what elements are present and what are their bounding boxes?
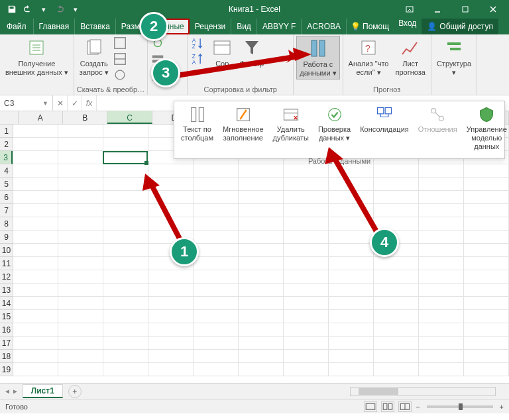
zoom-thumb[interactable] xyxy=(459,403,463,410)
what-if-button[interactable]: ? Анализ "что если" ▾ xyxy=(346,36,392,78)
cell[interactable] xyxy=(103,151,148,164)
select-all-corner[interactable] xyxy=(0,111,19,124)
row-header[interactable]: 11 xyxy=(0,257,13,270)
cell[interactable] xyxy=(58,244,103,257)
qa-customize-icon[interactable]: ▾ xyxy=(69,3,82,16)
cell[interactable] xyxy=(194,363,239,376)
cell[interactable] xyxy=(148,337,194,350)
cell[interactable] xyxy=(194,310,239,323)
popup-item-6[interactable]: Управление моделью данных xyxy=(463,104,509,153)
zoom-out-button[interactable]: − xyxy=(416,403,420,411)
ribbon-options-icon[interactable] xyxy=(396,1,423,17)
cell[interactable] xyxy=(284,310,329,323)
row-header[interactable]: 6 xyxy=(0,191,13,204)
cell[interactable] xyxy=(148,297,194,310)
horizontal-scrollbar[interactable] xyxy=(350,387,496,396)
cell[interactable] xyxy=(103,178,148,191)
row-header[interactable]: 9 xyxy=(0,231,13,244)
cell[interactable] xyxy=(103,217,148,231)
undo-dropdown-icon[interactable]: ▾ xyxy=(37,3,50,16)
from-table-icon[interactable] xyxy=(113,52,127,66)
cell[interactable] xyxy=(464,204,509,217)
cell[interactable] xyxy=(419,270,464,284)
cell[interactable] xyxy=(194,257,239,270)
cell[interactable] xyxy=(419,323,464,337)
cell[interactable] xyxy=(284,284,329,297)
show-queries-icon[interactable] xyxy=(113,36,127,50)
save-icon[interactable] xyxy=(5,3,19,16)
cell[interactable] xyxy=(284,204,329,217)
cell[interactable] xyxy=(284,363,329,376)
tab-view[interactable]: Вид xyxy=(231,19,257,34)
popup-item-0[interactable]: Текст по столбцам xyxy=(177,104,217,153)
cell[interactable] xyxy=(194,217,239,231)
cell[interactable] xyxy=(103,310,148,323)
cell[interactable] xyxy=(419,217,464,231)
cell[interactable] xyxy=(194,337,239,350)
cell[interactable] xyxy=(13,284,58,297)
cell[interactable] xyxy=(329,257,374,270)
cell[interactable] xyxy=(13,310,58,323)
cell[interactable] xyxy=(194,284,239,297)
col-header[interactable]: C xyxy=(107,111,152,124)
cell[interactable] xyxy=(284,191,329,204)
cell[interactable] xyxy=(419,178,464,191)
cell[interactable] xyxy=(103,164,148,178)
cell[interactable] xyxy=(103,323,148,337)
tell-me-search[interactable]: 💡Помощ xyxy=(347,19,393,34)
col-header[interactable]: A xyxy=(19,111,63,124)
cell[interactable] xyxy=(419,284,464,297)
cell[interactable] xyxy=(374,337,419,350)
enter-formula-icon[interactable]: ✓ xyxy=(68,95,82,111)
cell[interactable] xyxy=(374,323,419,337)
cell[interactable] xyxy=(103,257,148,270)
cell[interactable] xyxy=(239,310,284,323)
cell[interactable] xyxy=(464,191,509,204)
page-layout-view-icon[interactable] xyxy=(381,401,394,412)
cell[interactable] xyxy=(284,323,329,337)
popup-item-2[interactable]: Удалить дубликаты xyxy=(269,104,313,153)
zoom-in-button[interactable]: + xyxy=(500,403,504,411)
cell[interactable] xyxy=(464,297,509,310)
minimize-icon[interactable] xyxy=(424,1,451,17)
row-header[interactable]: 15 xyxy=(0,310,13,323)
cell[interactable] xyxy=(13,178,58,191)
cell[interactable] xyxy=(58,297,103,310)
cell[interactable] xyxy=(58,310,103,323)
tab-review[interactable]: Рецензи xyxy=(190,19,231,34)
cell[interactable] xyxy=(419,204,464,217)
tab-abbyy[interactable]: ABBYY F xyxy=(257,19,302,34)
cell[interactable] xyxy=(58,337,103,350)
name-box[interactable]: C3 ▼ xyxy=(0,95,53,111)
cell[interactable] xyxy=(13,125,58,138)
row-header[interactable]: 2 xyxy=(0,138,13,151)
cell[interactable] xyxy=(329,270,374,284)
cell[interactable] xyxy=(284,217,329,231)
cell[interactable] xyxy=(58,151,103,164)
cell[interactable] xyxy=(419,363,464,376)
cell[interactable] xyxy=(58,350,103,363)
cell[interactable] xyxy=(58,323,103,337)
cell[interactable] xyxy=(374,257,419,270)
cell[interactable] xyxy=(464,284,509,297)
normal-view-icon[interactable] xyxy=(364,401,377,412)
cell[interactable] xyxy=(194,323,239,337)
cell[interactable] xyxy=(103,244,148,257)
page-break-view-icon[interactable] xyxy=(398,401,412,412)
cell[interactable] xyxy=(194,297,239,310)
cell[interactable] xyxy=(239,323,284,337)
cell[interactable] xyxy=(239,204,284,217)
cell[interactable] xyxy=(58,138,103,151)
get-external-data-button[interactable]: Получение внешних данных ▾ xyxy=(3,36,71,78)
cancel-formula-icon[interactable]: ✕ xyxy=(53,95,68,111)
cell[interactable] xyxy=(194,178,239,191)
cell[interactable] xyxy=(58,217,103,231)
chevron-down-icon[interactable]: ▼ xyxy=(42,100,48,107)
cell[interactable] xyxy=(103,270,148,284)
cell[interactable] xyxy=(464,350,509,363)
cell[interactable] xyxy=(103,125,148,138)
cell[interactable] xyxy=(419,257,464,270)
cell[interactable] xyxy=(13,191,58,204)
cell[interactable] xyxy=(148,310,194,323)
row-header[interactable]: 19 xyxy=(0,363,13,376)
